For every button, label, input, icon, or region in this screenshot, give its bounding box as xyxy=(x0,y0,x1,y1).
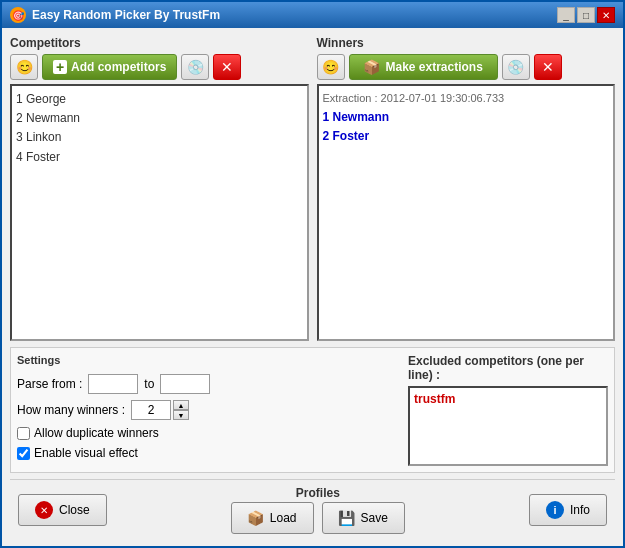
app-icon: 🎯 xyxy=(10,7,26,23)
footer: ✕ Close Profiles 📦 Load 💾 Save i xyxy=(10,479,615,538)
extraction-header: Extraction : 2012-07-01 19:30:06.733 xyxy=(323,90,610,108)
competitors-toolbar: 😊 + Add competitors 💿 ✕ xyxy=(10,54,309,80)
winners-count-row: How many winners : ▲ ▼ xyxy=(17,400,400,420)
save-label: Save xyxy=(361,511,388,525)
load-label: Load xyxy=(270,511,297,525)
spinner-buttons: ▲ ▼ xyxy=(173,400,189,420)
parse-row: Parse from : to xyxy=(17,374,400,394)
load-button[interactable]: 📦 Load xyxy=(231,502,314,534)
info-icon: i xyxy=(546,501,564,519)
excluded-title: Excluded competitors (one per line) : xyxy=(408,354,608,382)
info-label: Info xyxy=(570,503,590,517)
parse-from-input[interactable] xyxy=(88,374,138,394)
content-area: Competitors 😊 + Add competitors 💿 ✕ xyxy=(2,28,623,546)
smiley-icon-winners: 😊 xyxy=(322,59,339,75)
enable-visual-checkbox[interactable] xyxy=(17,447,30,460)
excluded-list[interactable]: trustfm xyxy=(408,386,608,466)
close-circle-icon: ✕ xyxy=(35,501,53,519)
allow-duplicate-row: Allow duplicate winners xyxy=(17,426,400,440)
parse-to-label: to xyxy=(144,377,154,391)
winners-list[interactable]: Extraction : 2012-07-01 19:30:06.733 1 N… xyxy=(317,84,616,341)
smiley-button-winners[interactable]: 😊 xyxy=(317,54,345,80)
save-button[interactable]: 💾 Save xyxy=(322,502,405,534)
title-controls: _ □ ✕ xyxy=(557,7,615,23)
make-extractions-label: Make extractions xyxy=(386,60,483,74)
excluded-panel: Excluded competitors (one per line) : tr… xyxy=(408,354,608,466)
how-many-label: How many winners : xyxy=(17,403,125,417)
clear-winners-button[interactable]: ✕ xyxy=(534,54,562,80)
competitors-list[interactable]: 1 George 2 Newmann 3 Linkon 4 Foster xyxy=(10,84,309,341)
winners-count-input[interactable] xyxy=(131,400,171,420)
spinner-up-button[interactable]: ▲ xyxy=(173,400,189,410)
plus-icon: + xyxy=(53,60,67,74)
top-panels: Competitors 😊 + Add competitors 💿 ✕ xyxy=(10,36,615,341)
close-label: Close xyxy=(59,503,90,517)
enable-visual-row: Enable visual effect xyxy=(17,446,400,460)
footer-buttons: 📦 Load 💾 Save xyxy=(231,502,405,534)
list-item: 3 Linkon xyxy=(16,128,303,147)
title-bar-left: 🎯 Easy Random Picker By TrustFm xyxy=(10,7,220,23)
list-item: 1 George xyxy=(16,90,303,109)
save-icon: 💾 xyxy=(339,510,355,526)
competitors-header: Competitors xyxy=(10,36,309,50)
import-icon: 💿 xyxy=(187,59,204,75)
clear-competitors-button[interactable]: ✕ xyxy=(213,54,241,80)
load-icon: 📦 xyxy=(248,510,264,526)
make-extractions-button[interactable]: 📦 Make extractions xyxy=(349,54,498,80)
excluded-item: trustfm xyxy=(414,392,602,406)
winners-header: Winners xyxy=(317,36,616,50)
settings-panel: Settings Parse from : to How many winner… xyxy=(17,354,400,466)
window-close-button[interactable]: ✕ xyxy=(597,7,615,23)
list-item: 2 Newmann xyxy=(16,109,303,128)
box-icon: 📦 xyxy=(364,59,380,75)
window-title: Easy Random Picker By TrustFm xyxy=(32,8,220,22)
info-button[interactable]: i Info xyxy=(529,494,607,526)
parse-from-label: Parse from : xyxy=(17,377,82,391)
clear-winners-icon: ✕ xyxy=(542,59,554,75)
minimize-button[interactable]: _ xyxy=(557,7,575,23)
close-button[interactable]: ✕ Close xyxy=(18,494,107,526)
smiley-button-competitors[interactable]: 😊 xyxy=(10,54,38,80)
winners-toolbar: 😊 📦 Make extractions 💿 ✕ xyxy=(317,54,616,80)
bottom-section: Settings Parse from : to How many winner… xyxy=(10,347,615,473)
winners-panel: Winners 😊 📦 Make extractions 💿 ✕ xyxy=(317,36,616,341)
export-icon: 💿 xyxy=(507,59,524,75)
footer-center: Profiles 📦 Load 💾 Save xyxy=(231,486,405,534)
profiles-label: Profiles xyxy=(296,486,340,500)
allow-duplicate-label: Allow duplicate winners xyxy=(34,426,159,440)
import-competitors-button[interactable]: 💿 xyxy=(181,54,209,80)
spinner-down-button[interactable]: ▼ xyxy=(173,410,189,420)
winner-item: 2 Foster xyxy=(323,127,610,146)
settings-title: Settings xyxy=(17,354,400,366)
main-window: 🎯 Easy Random Picker By TrustFm _ □ ✕ Co… xyxy=(0,0,625,548)
winners-spinner: ▲ ▼ xyxy=(131,400,189,420)
title-bar: 🎯 Easy Random Picker By TrustFm _ □ ✕ xyxy=(2,2,623,28)
enable-visual-label: Enable visual effect xyxy=(34,446,138,460)
smiley-icon: 😊 xyxy=(16,59,33,75)
competitors-panel: Competitors 😊 + Add competitors 💿 ✕ xyxy=(10,36,309,341)
add-competitors-label: Add competitors xyxy=(71,60,166,74)
parse-to-input[interactable] xyxy=(160,374,210,394)
winner-item: 1 Newmann xyxy=(323,108,610,127)
clear-competitors-icon: ✕ xyxy=(221,59,233,75)
maximize-button[interactable]: □ xyxy=(577,7,595,23)
allow-duplicate-checkbox[interactable] xyxy=(17,427,30,440)
add-competitors-button[interactable]: + Add competitors xyxy=(42,54,177,80)
export-winners-button[interactable]: 💿 xyxy=(502,54,530,80)
list-item: 4 Foster xyxy=(16,148,303,167)
